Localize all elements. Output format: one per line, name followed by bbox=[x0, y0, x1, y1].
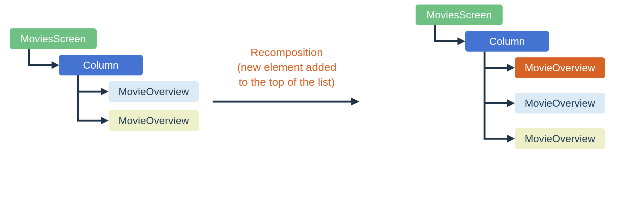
right-item-1-label: MovieOverview bbox=[525, 62, 595, 74]
right-column-to-item2-connector bbox=[485, 52, 514, 113]
caption-line1: Recomposition bbox=[213, 45, 361, 60]
right-root-to-column-connector bbox=[435, 25, 464, 51]
left-column-to-item1-connector bbox=[78, 75, 107, 101]
caption-line2: (new element added bbox=[213, 60, 361, 75]
left-root-to-column-connector bbox=[29, 49, 58, 75]
svg-marker-5 bbox=[507, 64, 515, 72]
right-item-2-label: MovieOverview bbox=[525, 97, 595, 109]
left-item-1: MovieOverview bbox=[109, 81, 199, 102]
right-column-label: Column bbox=[489, 35, 525, 47]
caption-line3: to the top of the list) bbox=[213, 75, 361, 90]
svg-marker-2 bbox=[101, 117, 109, 124]
recomposition-caption: Recomposition (new element added to the … bbox=[213, 45, 361, 90]
svg-marker-1 bbox=[101, 88, 109, 95]
svg-marker-4 bbox=[457, 37, 465, 45]
svg-marker-6 bbox=[507, 99, 515, 107]
left-column-label: Column bbox=[83, 59, 119, 71]
recomposition-arrow bbox=[213, 97, 361, 106]
left-root-label: MoviesScreen bbox=[21, 33, 86, 45]
left-column-node: Column bbox=[59, 55, 143, 75]
right-item-3: MovieOverview bbox=[515, 128, 605, 149]
left-item-2-label: MovieOverview bbox=[119, 115, 189, 127]
svg-marker-3 bbox=[351, 98, 360, 105]
left-root-moviesscreen: MoviesScreen bbox=[10, 28, 97, 49]
right-column-to-item1-connector bbox=[485, 52, 514, 77]
left-item-2: MovieOverview bbox=[109, 110, 199, 131]
right-column-node: Column bbox=[465, 31, 549, 52]
right-column-to-item3-connector bbox=[485, 52, 514, 148]
right-item-2: MovieOverview bbox=[515, 93, 605, 113]
right-item-1-new: MovieOverview bbox=[515, 57, 605, 78]
left-item-1-label: MovieOverview bbox=[119, 86, 189, 98]
svg-marker-7 bbox=[507, 135, 515, 142]
right-item-3-label: MovieOverview bbox=[525, 133, 595, 145]
svg-marker-0 bbox=[52, 61, 59, 69]
left-column-to-item2-connector bbox=[78, 75, 107, 130]
right-root-moviesscreen: MoviesScreen bbox=[416, 5, 503, 25]
right-root-label: MoviesScreen bbox=[427, 9, 492, 21]
